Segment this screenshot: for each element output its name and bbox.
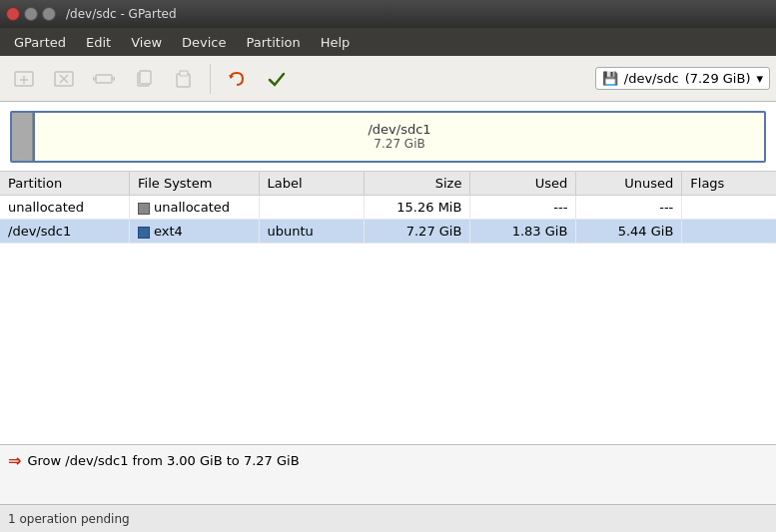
unallocated-segment <box>12 113 33 161</box>
partition-visual-size: 7.27 GiB <box>374 137 424 151</box>
svg-rect-6 <box>96 75 112 83</box>
operation-item-0: ⇒ Grow /dev/sdc1 from 3.00 GiB to 7.27 G… <box>8 451 768 470</box>
chevron-down-icon: ▾ <box>756 71 763 86</box>
new-partition-button[interactable] <box>6 61 42 97</box>
svg-rect-10 <box>140 71 151 84</box>
device-disk-icon: 💾 <box>602 71 618 86</box>
device-name: /dev/sdc <box>624 71 679 86</box>
table-row[interactable]: unallocated unallocated 15.26 MiB --- --… <box>0 196 776 220</box>
device-size: (7.29 GiB) <box>685 71 751 86</box>
col-header-partition: Partition <box>0 172 130 196</box>
minimize-button[interactable] <box>24 7 38 21</box>
table-header-row: Partition File System Label Size Used Un… <box>0 172 776 196</box>
disk-bar[interactable]: /dev/sdc1 7.27 GiB <box>10 111 766 163</box>
partition-visual-name: /dev/sdc1 <box>368 122 430 137</box>
cell-unused: 5.44 GiB <box>576 220 682 244</box>
partition-table: Partition File System Label Size Used Un… <box>0 172 776 244</box>
disk-visual: /dev/sdc1 7.27 GiB <box>0 102 776 172</box>
table-row[interactable]: /dev/sdc1 ext4 ubuntu 7.27 GiB 1.83 GiB … <box>0 220 776 244</box>
delete-icon <box>53 68 75 90</box>
window-title: /dev/sdc - GParted <box>66 7 177 21</box>
paste-button[interactable] <box>166 61 202 97</box>
col-header-unused: Unused <box>576 172 682 196</box>
main-content: /dev/sdc1 7.27 GiB Partition File System… <box>0 102 776 532</box>
toolbar-separator-1 <box>210 64 211 94</box>
cell-label <box>259 196 365 220</box>
maximize-button[interactable] <box>42 7 56 21</box>
paste-icon <box>173 68 195 90</box>
table-body: unallocated unallocated 15.26 MiB --- --… <box>0 196 776 244</box>
close-button[interactable] <box>6 7 20 21</box>
cell-partition: unallocated <box>0 196 130 220</box>
cell-size: 15.26 MiB <box>365 196 470 220</box>
cell-filesystem: unallocated <box>130 196 260 220</box>
operations-panel: ⇒ Grow /dev/sdc1 from 3.00 GiB to 7.27 G… <box>0 444 776 504</box>
cell-used: 1.83 GiB <box>470 220 576 244</box>
undo-button[interactable] <box>219 61 255 97</box>
undo-icon <box>226 68 248 90</box>
cell-unused: --- <box>576 196 682 220</box>
apply-icon <box>266 68 288 90</box>
menu-view[interactable]: View <box>121 31 172 54</box>
cell-flags <box>682 196 776 220</box>
cell-size: 7.27 GiB <box>365 220 470 244</box>
apply-button[interactable] <box>259 61 295 97</box>
operation-text: Grow /dev/sdc1 from 3.00 GiB to 7.27 GiB <box>27 453 299 468</box>
cell-filesystem: ext4 <box>130 220 260 244</box>
titlebar: /dev/sdc - GParted <box>0 0 776 28</box>
menu-partition[interactable]: Partition <box>237 31 311 54</box>
resize-button[interactable] <box>86 61 122 97</box>
cell-flags <box>682 220 776 244</box>
operation-icon: ⇒ <box>8 451 21 470</box>
copy-icon <box>133 68 155 90</box>
col-header-used: Used <box>470 172 576 196</box>
partition-table-wrapper: Partition File System Label Size Used Un… <box>0 172 776 444</box>
menu-help[interactable]: Help <box>311 31 361 54</box>
statusbar: 1 operation pending <box>0 504 776 532</box>
new-icon <box>13 68 35 90</box>
cell-label: ubuntu <box>259 220 365 244</box>
col-header-size: Size <box>365 172 470 196</box>
delete-partition-button[interactable] <box>46 61 82 97</box>
resize-icon <box>93 68 115 90</box>
window-controls[interactable] <box>6 7 56 21</box>
col-header-filesystem: File System <box>130 172 260 196</box>
menubar: GParted Edit View Device Partition Help <box>0 28 776 56</box>
copy-button[interactable] <box>126 61 162 97</box>
menu-device[interactable]: Device <box>172 31 236 54</box>
menu-gparted[interactable]: GParted <box>4 31 76 54</box>
toolbar: 💾 /dev/sdc (7.29 GiB) ▾ <box>0 56 776 102</box>
partition-segment: /dev/sdc1 7.27 GiB <box>33 113 764 161</box>
filesystem-icon <box>138 203 150 215</box>
filesystem-icon <box>138 227 150 239</box>
device-selector[interactable]: 💾 /dev/sdc (7.29 GiB) ▾ <box>595 67 770 90</box>
col-header-flags: Flags <box>682 172 776 196</box>
menu-edit[interactable]: Edit <box>76 31 121 54</box>
svg-rect-12 <box>180 71 188 76</box>
status-text: 1 operation pending <box>8 512 130 526</box>
cell-partition: /dev/sdc1 <box>0 220 130 244</box>
col-header-label: Label <box>259 172 365 196</box>
cell-used: --- <box>470 196 576 220</box>
